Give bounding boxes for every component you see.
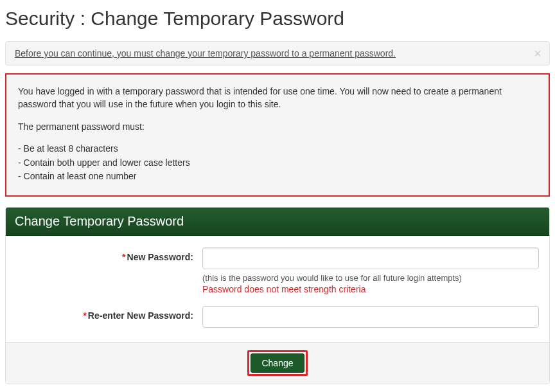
- new-password-label: *New Password:: [16, 247, 202, 262]
- change-password-panel: Change Temporary Password *New Password:…: [5, 207, 550, 384]
- requirement-item: - Contain at least one number: [18, 170, 537, 184]
- required-mark: *: [122, 252, 125, 262]
- panel-title: Change Temporary Password: [6, 208, 549, 236]
- requirement-item: - Be at least 8 characters: [18, 142, 537, 156]
- new-password-hint: (this is the password you would like to …: [202, 273, 539, 283]
- change-button-highlight: Change: [247, 350, 307, 376]
- new-password-input[interactable]: [202, 247, 539, 269]
- new-password-row: *New Password: (this is the password you…: [16, 247, 539, 294]
- alert-text: Before you can continue, you must change…: [15, 48, 396, 58]
- instruction-box: You have logged in with a temporary pass…: [5, 73, 550, 197]
- reenter-password-input[interactable]: [202, 306, 539, 328]
- instruction-intro: You have logged in with a temporary pass…: [18, 85, 537, 111]
- requirement-item: - Contain both upper and lower case lett…: [18, 156, 537, 170]
- reenter-password-label: *Re-enter New Password:: [16, 306, 202, 321]
- change-button[interactable]: Change: [251, 353, 304, 373]
- alert-banner: Before you can continue, you must change…: [5, 41, 550, 66]
- panel-footer: Change: [6, 342, 549, 384]
- instruction-must-label: The permanent password must:: [18, 120, 537, 133]
- page-title: Security : Change Temporary Password: [5, 8, 550, 30]
- password-strength-error: Password does not meet strength criteria: [202, 284, 539, 294]
- required-mark: *: [83, 310, 86, 321]
- reenter-password-row: *Re-enter New Password:: [16, 306, 539, 328]
- close-icon[interactable]: ×: [534, 47, 542, 60]
